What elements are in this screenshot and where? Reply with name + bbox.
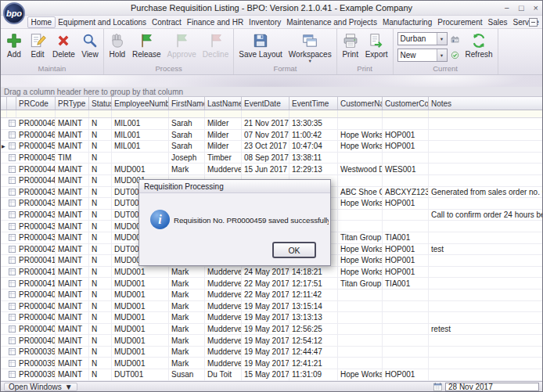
row-expander[interactable] xyxy=(7,198,16,209)
tab-sales[interactable]: Sales xyxy=(485,17,510,27)
row-expander[interactable] xyxy=(7,210,16,221)
filter-cell-employeenumber[interactable] xyxy=(112,110,169,117)
row-expander[interactable] xyxy=(7,369,16,380)
filter-cell-prtype[interactable] xyxy=(56,110,89,117)
chevron-down-icon[interactable]: ▼ xyxy=(437,33,447,45)
tab-manufacturing[interactable]: Manufacturing xyxy=(379,17,434,27)
row-expander[interactable] xyxy=(7,130,16,141)
title-bar[interactable]: Purchase Requisition Listing - BPO: Vers… xyxy=(1,1,542,16)
tab-equipment-and-locations[interactable]: Equipment and Locations xyxy=(56,17,149,27)
filter-cell-eventdate[interactable] xyxy=(242,110,289,117)
table-row[interactable]: PR0000405MAINTNMUD001MarkMudderveld19 Ma… xyxy=(1,324,542,336)
row-expander[interactable] xyxy=(7,221,16,232)
table-row[interactable]: PR0000444MAINTNMUD001MarkMudderveld15 Ju… xyxy=(1,164,542,175)
row-expander[interactable] xyxy=(7,255,16,266)
table-row[interactable]: PR0000398MAINTNMUD001MarkMudderveld19 Ma… xyxy=(1,347,542,358)
column-header-employeenumber[interactable]: EmployeeNumber xyxy=(112,97,169,110)
ok-button[interactable]: OK xyxy=(272,242,316,258)
column-header-customercode[interactable]: CustomerCode xyxy=(383,97,429,110)
filter-cell-status[interactable] xyxy=(89,110,112,117)
table-row[interactable]: PR0000408MAINTNMUD001MarkMudderveld19 Ma… xyxy=(1,301,542,313)
table-row[interactable]: PR0000404MAINTNMUD001MarkMudderveld19 Ma… xyxy=(1,335,542,347)
row-expander[interactable] xyxy=(7,153,16,164)
group-by-panel[interactable]: Drag a column header here to group by th… xyxy=(1,87,542,97)
hold-button[interactable]: Hold xyxy=(106,30,129,64)
column-header-eventtime[interactable]: EventTime xyxy=(289,97,338,110)
column-header-eventdate[interactable]: EventDate xyxy=(242,97,289,110)
row-expander[interactable] xyxy=(7,301,16,312)
table-row[interactable]: PR0000409MAINTNMUD001MarkMudderveld22 Ma… xyxy=(1,290,542,301)
tab-finance-and-hr[interactable]: Finance and HR xyxy=(184,17,246,27)
maximize-button[interactable]: □ xyxy=(519,4,524,13)
row-expander[interactable] xyxy=(7,335,16,346)
tab-home[interactable]: Home xyxy=(27,16,56,28)
filter-cell-lastname[interactable] xyxy=(205,110,242,117)
release-button[interactable]: Release xyxy=(129,30,164,64)
cell-eventdate: 19 May 2017 xyxy=(242,358,289,369)
row-expander[interactable] xyxy=(7,347,16,358)
column-header-lastname[interactable]: LastName xyxy=(205,97,242,110)
row-expander[interactable] xyxy=(7,358,16,369)
table-row[interactable]: PR0000407MAINTNMUD001MarkMudderveld19 Ma… xyxy=(1,312,542,324)
column-header-prcode[interactable]: PRCode xyxy=(16,97,56,110)
row-indicator xyxy=(1,232,7,243)
cell-lastname: Mudderveld xyxy=(205,301,242,312)
open-windows-button[interactable]: Open Windows ▼ xyxy=(4,383,77,391)
cell-notes xyxy=(429,312,542,323)
column-header-notes[interactable]: Notes xyxy=(429,97,542,110)
table-row[interactable]: PR0000460MAINTNMIL001SarahMilder07 Nov 2… xyxy=(1,130,542,142)
row-expander[interactable] xyxy=(7,312,16,323)
refresh-button[interactable]: Refresh xyxy=(462,30,496,64)
edit-button[interactable]: Edit xyxy=(26,30,49,64)
row-expander[interactable] xyxy=(7,324,16,335)
print-button[interactable]: Print xyxy=(339,30,362,64)
tab-contract[interactable]: Contract xyxy=(149,17,185,27)
dialog-title-bar[interactable]: Requisition Processing xyxy=(139,180,330,193)
column-header-customername[interactable]: CustomerName xyxy=(338,97,383,110)
export-button[interactable]: Export xyxy=(362,30,391,64)
view-button[interactable]: View xyxy=(78,30,102,64)
chevron-down-icon[interactable]: ▼ xyxy=(437,49,447,61)
tab-procurement[interactable]: Procurement xyxy=(435,17,485,27)
date-picker[interactable]: 28 Nov 2017 xyxy=(433,382,539,392)
tab-maintenance-and-projects[interactable]: Maintenance and Projects xyxy=(284,17,380,27)
status-combo[interactable]: New▼ xyxy=(397,49,448,62)
table-row[interactable]: PR0000410MAINTNMUD001MarkMudderveld22 Ma… xyxy=(1,278,542,290)
workspaces-button[interactable]: Workspaces▼ xyxy=(286,30,335,64)
filter-cell-customername[interactable] xyxy=(338,110,383,117)
table-row[interactable]: PR0000450TIMNJosephTimber08 Sep 201713:3… xyxy=(1,153,542,164)
table-row[interactable]: PR0000461MAINTNMIL001SarahMilder21 Nov 2… xyxy=(1,118,542,130)
site-combo[interactable]: Durban▼ xyxy=(397,32,448,45)
tab-inventory[interactable]: Inventory xyxy=(246,17,284,27)
row-expander[interactable] xyxy=(7,267,16,278)
row-expander[interactable] xyxy=(7,187,16,198)
filter-cell-eventtime[interactable] xyxy=(289,110,338,117)
minimize-button[interactable]: − xyxy=(504,4,509,13)
column-header-firstname[interactable]: FirstName xyxy=(169,97,205,110)
row-expander[interactable] xyxy=(7,141,16,152)
table-row[interactable]: PR0000397MAINTNMUD001MarkMudderveld19 Ma… xyxy=(1,358,542,369)
save-layout-button[interactable]: Save Layout xyxy=(236,30,286,64)
column-header-status[interactable]: Status xyxy=(89,97,112,110)
filter-cell-notes[interactable] xyxy=(429,110,542,117)
table-row[interactable]: PR0000396MAINTNDUT001SusanDu Toit15 May … xyxy=(1,369,542,381)
close-button[interactable]: × xyxy=(534,4,538,13)
row-expander[interactable] xyxy=(7,164,16,174)
table-row[interactable]: ▶PR0000459MAINTNMIL001SarahMilder23 Oct … xyxy=(1,141,542,153)
row-expander[interactable] xyxy=(7,175,16,186)
filter-cell-customercode[interactable] xyxy=(383,110,429,117)
filter-cell-prcode[interactable] xyxy=(16,110,56,117)
date-field[interactable]: 28 Nov 2017 xyxy=(445,383,539,391)
add-button[interactable]: Add xyxy=(2,30,26,64)
row-expander[interactable] xyxy=(7,278,16,289)
column-header-prtype[interactable]: PRType xyxy=(56,97,89,110)
row-expander[interactable] xyxy=(7,244,16,255)
filter-cell-firstname[interactable] xyxy=(169,110,205,117)
row-expander[interactable] xyxy=(7,232,16,243)
row-expander[interactable] xyxy=(7,290,16,300)
row-expander[interactable] xyxy=(7,118,16,129)
delete-button[interactable]: Delete xyxy=(49,30,78,64)
table-row[interactable]: PR0000416MAINTNMUD001MarkMudderveld24 Ma… xyxy=(1,267,542,279)
grid-filter-row[interactable] xyxy=(1,110,542,118)
ribbon-options-icon[interactable] xyxy=(529,18,538,27)
